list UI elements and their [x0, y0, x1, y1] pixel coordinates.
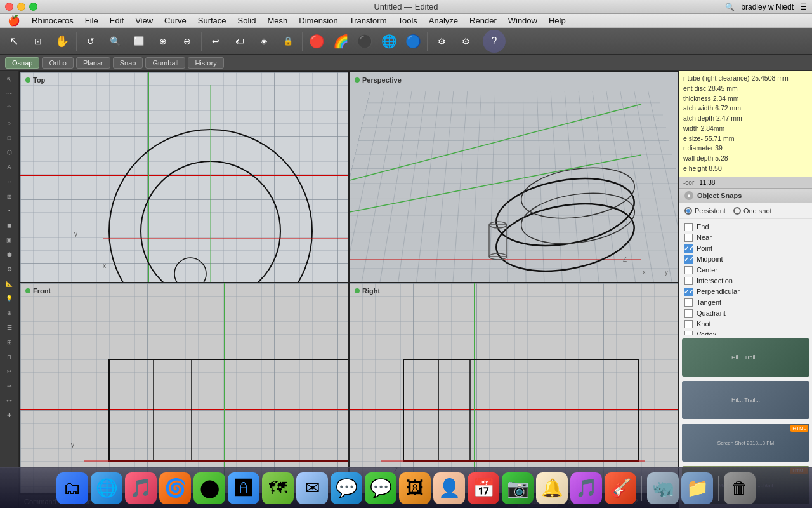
- left-tool-move[interactable]: ✚: [1, 408, 18, 422]
- dock-finder[interactable]: 🗂: [56, 472, 88, 504]
- snap-tangent[interactable]: Tangent: [679, 297, 812, 308]
- snap-quadrant[interactable]: Quadrant: [679, 308, 812, 319]
- named-views-tool[interactable]: 🏷: [228, 30, 251, 53]
- snap-point[interactable]: ✓ Point: [679, 243, 812, 254]
- snap-end[interactable]: End: [679, 222, 812, 232]
- snap-obj-tool[interactable]: ◈: [252, 30, 275, 53]
- menu-curve[interactable]: Curve: [159, 15, 192, 27]
- snap-point-check[interactable]: ✓: [684, 244, 693, 253]
- dock-mail[interactable]: ✉: [296, 472, 328, 504]
- left-tool-snap[interactable]: ⊕: [1, 306, 18, 320]
- dock-photos[interactable]: 🖼: [399, 472, 431, 504]
- snap-intersection-check[interactable]: [684, 277, 693, 285]
- rotate-tool[interactable]: ↺: [79, 30, 102, 53]
- menu-surface[interactable]: Surface: [193, 15, 232, 27]
- undo-tool[interactable]: ↩: [204, 30, 227, 53]
- dock-folder[interactable]: 📁: [681, 472, 713, 504]
- display-shaded[interactable]: 🔵: [402, 30, 424, 53]
- dock-garageband[interactable]: 🎸: [605, 472, 636, 504]
- snap-end-check[interactable]: [684, 223, 693, 231]
- dock-facetime[interactable]: 📷: [502, 472, 534, 504]
- render-btn[interactable]: ⚙: [430, 30, 453, 53]
- dock-trash[interactable]: 🗑: [724, 472, 756, 504]
- dock-calendar[interactable]: 📅: [468, 472, 499, 504]
- dock-maps[interactable]: 🗺: [262, 472, 294, 504]
- menu-tools[interactable]: Tools: [393, 15, 422, 27]
- snap-center[interactable]: Center: [679, 265, 812, 276]
- left-tool-rect[interactable]: □: [1, 131, 18, 145]
- planar-toggle[interactable]: Planar: [76, 57, 110, 69]
- menu-solid[interactable]: Solid: [233, 15, 261, 27]
- menu-render[interactable]: Render: [464, 15, 502, 27]
- left-tool-trim[interactable]: ✂: [1, 364, 18, 378]
- zoom-window-tool[interactable]: 🔍: [103, 30, 126, 53]
- menu-rhinoceros[interactable]: Rhinoceros: [27, 15, 79, 27]
- left-tool-xform[interactable]: ⚙: [1, 262, 18, 276]
- snap-knot-check[interactable]: [684, 320, 693, 328]
- select-box-tool[interactable]: ⊡: [27, 30, 49, 53]
- left-tool-solid[interactable]: ▣: [1, 233, 18, 247]
- zoom-extents-tool[interactable]: ⬜: [128, 30, 150, 53]
- zoom-in-tool[interactable]: ⊕: [152, 30, 174, 53]
- panel-close-btn[interactable]: ●: [684, 191, 693, 200]
- gumball-toggle[interactable]: Gumball: [145, 57, 185, 69]
- left-tool-analyze[interactable]: 📐: [1, 277, 18, 291]
- apple-menu[interactable]: 🍎: [3, 15, 25, 27]
- menu-edit[interactable]: Edit: [105, 15, 129, 27]
- minimize-button[interactable]: [17, 3, 25, 11]
- viewport-front[interactable]: Front x y: [20, 283, 348, 493]
- left-tool-render[interactable]: 💡: [1, 291, 18, 305]
- viewport-right[interactable]: Right Z y: [350, 283, 678, 493]
- menu-help[interactable]: Help: [544, 15, 571, 27]
- snap-quadrant-check[interactable]: [684, 309, 693, 318]
- left-tool-bool[interactable]: ⊓: [1, 350, 18, 364]
- menu-file[interactable]: File: [80, 15, 103, 27]
- left-tool-mirror[interactable]: ⊶: [1, 394, 18, 408]
- viewport-top[interactable]: Top x y: [20, 72, 348, 282]
- material-multi[interactable]: 🌈: [329, 30, 352, 53]
- left-tool-group[interactable]: ⊞: [1, 335, 18, 349]
- pan-tool[interactable]: ✋: [51, 30, 74, 53]
- snap-intersection[interactable]: Intersection: [679, 276, 812, 286]
- display-torus[interactable]: 🌐: [377, 30, 400, 53]
- snap-center-check[interactable]: [684, 266, 693, 274]
- left-tool-mesh[interactable]: ⬢: [1, 248, 18, 262]
- dock-chrome[interactable]: ⬤: [193, 472, 225, 504]
- left-tool-dim[interactable]: ↔: [1, 175, 18, 189]
- left-tool-point[interactable]: •: [1, 204, 18, 218]
- left-tool-arc[interactable]: ⌒: [1, 102, 18, 116]
- material-red[interactable]: 🔴: [305, 30, 328, 53]
- dock-contacts[interactable]: 👤: [433, 472, 465, 504]
- left-tool-polygon[interactable]: ⬡: [1, 145, 18, 159]
- search-icon[interactable]: 🔍: [725, 3, 735, 11]
- dock-skype[interactable]: 💬: [331, 472, 362, 504]
- snap-midpoint-check[interactable]: ✓: [684, 255, 693, 264]
- dock-safari[interactable]: 🌐: [91, 472, 122, 504]
- menu-icon[interactable]: ☰: [800, 3, 807, 11]
- snap-tangent-check[interactable]: [684, 298, 693, 307]
- thumbnail-screenshot[interactable]: HTML Screen Shot 2013...3 PM: [682, 424, 809, 462]
- dock-messages[interactable]: 💬: [365, 472, 396, 504]
- left-tool-curve[interactable]: 〰: [1, 87, 18, 101]
- left-tool-text[interactable]: A: [1, 160, 18, 174]
- history-toggle[interactable]: History: [188, 57, 223, 69]
- snap-knot[interactable]: Knot: [679, 319, 812, 330]
- thumbnail-hiking-trails-2[interactable]: Hil... Trail...: [682, 381, 809, 419]
- thumbnail-hiking-trails-1[interactable]: Hil... Trail...: [682, 338, 809, 377]
- snap-near-check[interactable]: [684, 234, 693, 242]
- osnap-toggle[interactable]: Osnap: [5, 57, 39, 69]
- menu-mesh[interactable]: Mesh: [263, 15, 293, 27]
- menu-view[interactable]: View: [130, 15, 158, 27]
- menu-dimension[interactable]: Dimension: [294, 15, 343, 27]
- snap-toggle[interactable]: Snap: [113, 57, 143, 69]
- snap-perpendicular[interactable]: ✓ Perpendicular: [679, 286, 812, 297]
- left-tool-circle[interactable]: ○: [1, 116, 18, 130]
- menu-window[interactable]: Window: [503, 15, 542, 27]
- window-controls[interactable]: [5, 3, 37, 11]
- zoom-out-tool[interactable]: ⊖: [176, 30, 199, 53]
- display-sphere[interactable]: ⚫: [353, 30, 376, 53]
- snap-near[interactable]: Near: [679, 232, 812, 243]
- menu-transform[interactable]: Transform: [344, 15, 392, 27]
- oneshot-radio[interactable]: One shot: [733, 207, 772, 215]
- viewport-perspective[interactable]: Perspective Z x y: [350, 72, 678, 282]
